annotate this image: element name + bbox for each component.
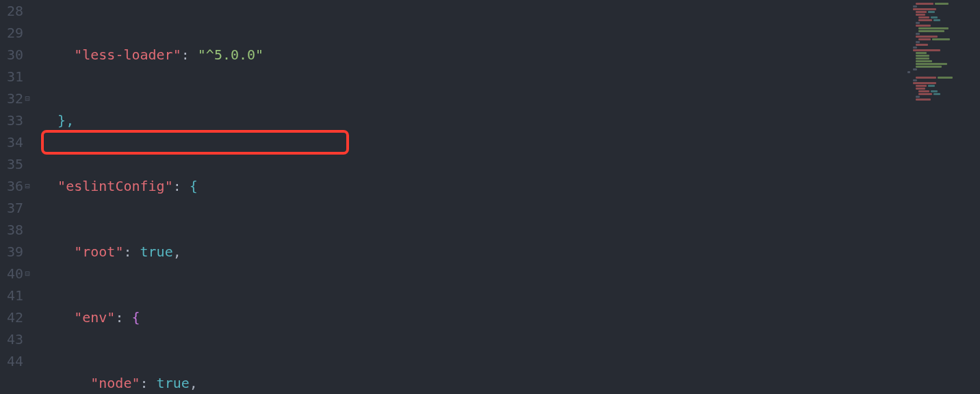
line-number: 43: [0, 328, 23, 350]
line-number: 32⊟: [0, 88, 23, 109]
code-line[interactable]: "root": true,: [41, 241, 905, 263]
json-key: "node": [90, 375, 140, 391]
minimap[interactable]: [905, 0, 980, 394]
line-number: 36⊟: [0, 175, 23, 197]
line-number: 35: [0, 153, 23, 175]
code-line[interactable]: },: [41, 109, 905, 131]
open-brace: {: [190, 178, 198, 194]
line-number-gutter: 28 29 30 31 32⊟ 33 34 35 36⊟ 37 38 39 40…: [0, 0, 30, 394]
line-number: 40⊟: [0, 263, 23, 285]
code-line[interactable]: "eslintConfig": {: [41, 175, 905, 197]
line-number: 38: [0, 219, 23, 241]
line-number: 37: [0, 197, 23, 219]
json-key: "root": [74, 244, 123, 260]
code-line[interactable]: "env": {: [41, 306, 905, 328]
line-number: 39: [0, 241, 23, 263]
json-string-value: "^5.0.0": [198, 47, 263, 63]
json-key: "less-loader": [74, 47, 181, 63]
line-number: 34: [0, 131, 23, 153]
line-number: 42: [0, 306, 23, 328]
code-line[interactable]: "less-loader": "^5.0.0": [41, 44, 905, 66]
line-number: 44: [0, 350, 23, 372]
open-brace: {: [131, 309, 140, 326]
line-number: 41: [0, 285, 23, 306]
json-key: "eslintConfig": [57, 178, 173, 194]
close-brace: },: [57, 112, 74, 129]
code-area[interactable]: "less-loader": "^5.0.0" }, "eslintConfig…: [30, 0, 905, 394]
line-number: 30: [0, 44, 23, 66]
json-bool-value: true: [140, 244, 173, 260]
annotation-highlight-box: [41, 130, 349, 155]
line-number: 31: [0, 66, 23, 88]
code-editor[interactable]: 28 29 30 31 32⊟ 33 34 35 36⊟ 37 38 39 40…: [0, 0, 980, 394]
line-number: 28: [0, 0, 23, 22]
json-key: "env": [74, 309, 115, 326]
code-line[interactable]: "node": true,: [41, 372, 905, 394]
line-number: 29: [0, 22, 23, 44]
json-bool-value: true: [157, 375, 190, 391]
line-number: 33: [0, 109, 23, 131]
